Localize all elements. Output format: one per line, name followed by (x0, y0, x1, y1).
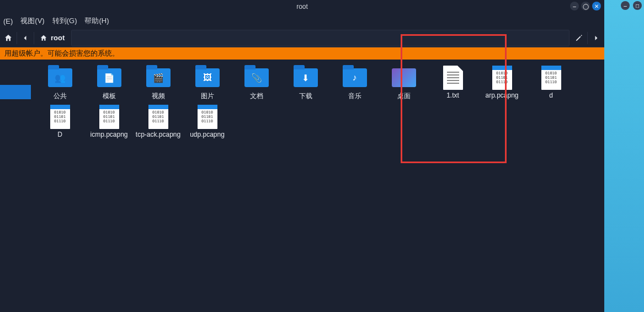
file-label: D (57, 131, 62, 138)
file-label: 1.txt (446, 92, 459, 99)
outer-window-buttons: – □ (621, 1, 642, 10)
file-label: 文档 (250, 92, 263, 101)
file-label: 下载 (299, 92, 312, 101)
file-label: icmp.pcapng (90, 131, 127, 138)
binary-file-icon: 010100110101110 (489, 67, 515, 88)
file-label: tcp-ack.pcapng (136, 131, 180, 138)
forward-button[interactable] (588, 30, 604, 46)
window-title: root (296, 3, 308, 10)
menu-goto[interactable]: 转到(G) (52, 16, 77, 26)
file-item[interactable]: 📎文档 (232, 67, 281, 101)
chevron-right-icon (593, 35, 599, 41)
maximize-button[interactable]: ◯ (581, 2, 590, 10)
sidebar (0, 60, 31, 312)
binary-file-icon: 010100110101110 (145, 106, 172, 127)
file-item[interactable]: 🖼图片 (183, 67, 232, 101)
file-label: arp.pcapng (485, 92, 518, 99)
binary-file-icon: 010100110101110 (538, 67, 565, 88)
menu-help[interactable]: 帮助(H) (84, 16, 109, 26)
icon-grid[interactable]: 👥公共📄模板🎬视频🖼图片📎文档⬇下载♪音乐桌面1.txt010100110101… (31, 60, 604, 312)
home-icon (4, 34, 13, 42)
window-buttons: – ◯ ✕ (570, 2, 601, 10)
file-item[interactable]: 1.txt (428, 67, 477, 101)
back-button[interactable] (17, 30, 34, 46)
file-item[interactable]: 010100110101110icmp.pcapng (84, 106, 134, 138)
outer-maximize-button[interactable]: □ (633, 1, 642, 10)
folder-icon: 📎 (243, 67, 270, 88)
close-button[interactable]: ✕ (592, 2, 601, 10)
menu-view[interactable]: 视图(V) (20, 16, 44, 26)
file-label: 音乐 (348, 92, 361, 101)
file-label: d (549, 92, 553, 99)
file-item[interactable]: 010100110101110udp.pcapng (183, 106, 232, 138)
file-item[interactable]: ♪音乐 (330, 67, 379, 101)
titlebar: root – ◯ ✕ (0, 0, 604, 13)
warning-text: 用超级帐户。可能会损害您的系统。 (4, 49, 119, 58)
file-item[interactable]: 📄模板 (84, 67, 134, 101)
outer-minimize-button[interactable]: – (621, 1, 630, 10)
folder-icon: 👥 (47, 67, 73, 88)
home-icon (40, 34, 47, 42)
file-label: 视频 (152, 92, 165, 101)
file-item[interactable]: ⬇下载 (281, 67, 330, 101)
file-item[interactable]: 010100110101110tcp-ack.pcapng (134, 106, 183, 138)
minimize-button[interactable]: – (570, 2, 579, 10)
file-label: 桌面 (397, 92, 411, 101)
root-warning-bar: 用超级帐户。可能会损害您的系统。 (0, 47, 604, 60)
sidebar-selected-item[interactable] (0, 85, 31, 99)
chevron-left-icon (22, 35, 29, 41)
file-label: 公共 (54, 92, 67, 101)
text-file-icon (440, 67, 466, 88)
binary-file-icon: 010100110101110 (47, 106, 73, 127)
folder-icon: 📄 (96, 67, 123, 88)
file-item[interactable]: 010100110101110arp.pcapng (477, 67, 526, 101)
file-item[interactable]: 👥公共 (35, 67, 84, 101)
file-item[interactable]: 010100110101110D (35, 106, 84, 138)
binary-file-icon: 010100110101110 (194, 106, 221, 127)
breadcrumb-root[interactable]: root (34, 30, 70, 46)
file-item[interactable]: 010100110101110d (526, 67, 576, 101)
file-label: 模板 (103, 92, 116, 101)
folder-icon: 🎬 (145, 67, 172, 88)
location-bar[interactable] (71, 30, 570, 46)
file-item[interactable]: 桌面 (379, 67, 428, 101)
toolbar: root (0, 29, 604, 47)
desktop-icon (391, 67, 417, 88)
home-button[interactable] (0, 30, 17, 46)
binary-file-icon: 010100110101110 (96, 106, 123, 127)
folder-icon: ♪ (342, 67, 368, 88)
file-label: 图片 (201, 92, 214, 101)
pencil-icon (575, 34, 583, 42)
file-manager-window: root – ◯ ✕ (E) 视图(V) 转到(G) 帮助(H) root (0, 0, 604, 312)
folder-icon: 🖼 (194, 67, 221, 88)
edit-path-button[interactable] (571, 30, 587, 46)
breadcrumb-label: root (51, 34, 65, 42)
content-area: 👥公共📄模板🎬视频🖼图片📎文档⬇下载♪音乐桌面1.txt010100110101… (0, 60, 604, 312)
file-label: udp.pcapng (190, 131, 225, 138)
folder-icon: ⬇ (292, 67, 319, 88)
menubar: (E) 视图(V) 转到(G) 帮助(H) (0, 13, 604, 29)
file-item[interactable]: 🎬视频 (134, 67, 183, 101)
menu-edit[interactable]: (E) (3, 17, 13, 25)
